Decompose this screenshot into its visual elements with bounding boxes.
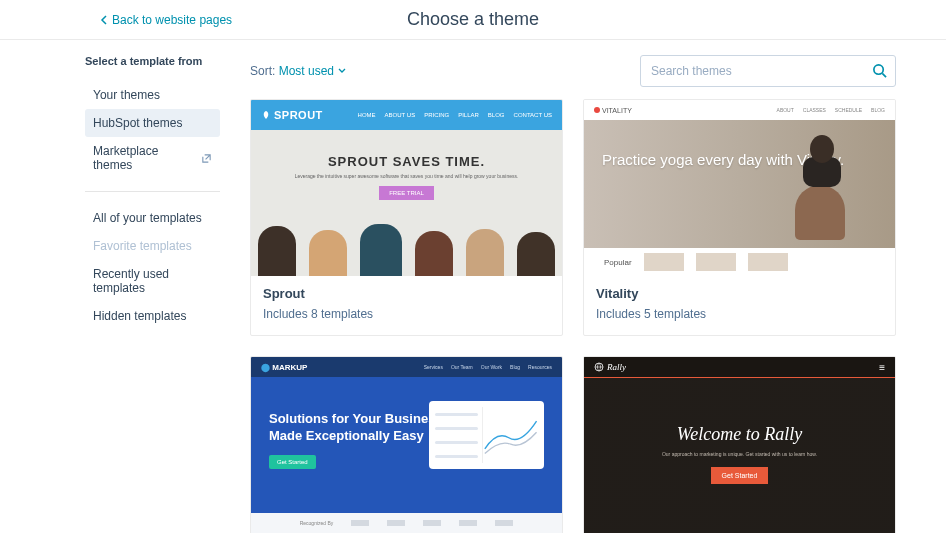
preview-menu-item: CONTACT US — [514, 112, 552, 118]
preview-menu-item: SCHEDULE — [835, 107, 862, 113]
preview-menu-item: BLOG — [871, 107, 885, 113]
preview-menu-item: Our Team — [451, 364, 473, 370]
theme-subtitle: Includes 8 templates — [263, 307, 550, 321]
sidebar-item-marketplace-themes[interactable]: Marketplace themes — [85, 137, 220, 179]
preview-menu-item: Resources — [528, 364, 552, 370]
theme-card-martech[interactable]: ⬤ MARKUP Services Our Team Our Work Blog… — [250, 356, 563, 533]
search-icon[interactable] — [872, 63, 887, 78]
sidebar-heading: Select a template from — [85, 55, 220, 67]
preview-menu-item: HOME — [358, 112, 376, 118]
theme-thumbnail: SPROUT HOME ABOUT US PRICING PILLAR BLOG… — [251, 100, 562, 276]
preview-brand: VITALITY — [602, 107, 632, 114]
theme-card-rally[interactable]: Rally ≡ Welcome to Rally Our approach to… — [583, 356, 896, 533]
chevron-down-icon — [338, 68, 346, 74]
theme-thumbnail: Rally ≡ Welcome to Rally Our approach to… — [584, 357, 895, 533]
preview-tagline: Our approach to marketing is unique. Get… — [584, 451, 895, 457]
preview-menu-item: BLOG — [488, 112, 505, 118]
sidebar-item-hubspot-themes[interactable]: HubSpot themes — [85, 109, 220, 137]
sidebar-item-label: HubSpot themes — [93, 116, 182, 130]
theme-thumbnail: ⬤ MARKUP Services Our Team Our Work Blog… — [251, 357, 562, 533]
search-input[interactable] — [640, 55, 896, 87]
external-link-icon — [201, 153, 212, 164]
preview-menu-item: ABOUT US — [385, 112, 416, 118]
theme-card-sprout[interactable]: SPROUT HOME ABOUT US PRICING PILLAR BLOG… — [250, 99, 563, 336]
sort-value: Most used — [279, 64, 334, 78]
sidebar-item-hidden-templates[interactable]: Hidden templates — [85, 302, 220, 330]
sidebar-item-label: Hidden templates — [93, 309, 186, 323]
theme-grid: SPROUT HOME ABOUT US PRICING PILLAR BLOG… — [250, 99, 896, 533]
leaf-icon — [261, 110, 271, 120]
preview-cta: Get Started — [711, 467, 769, 484]
preview-menu-item: PILLAR — [458, 112, 479, 118]
preview-thumbs-label: Popular — [604, 258, 632, 267]
theme-name: Vitality — [596, 286, 883, 301]
preview-menu-item: Services — [424, 364, 443, 370]
sidebar-item-label: All of your templates — [93, 211, 202, 225]
theme-thumbnail: VITALITY ABOUT CLASSES SCHEDULE BLOG Pra… — [584, 100, 895, 276]
theme-subtitle: Includes 5 templates — [596, 307, 883, 321]
hamburger-icon: ≡ — [879, 362, 885, 373]
sidebar-item-label: Favorite templates — [93, 239, 192, 253]
preview-logo: Rally — [607, 362, 626, 372]
preview-menu-item: ABOUT — [777, 107, 794, 113]
preview-logo: MARKUP — [272, 363, 307, 372]
page-header: Back to website pages Choose a theme — [0, 0, 946, 40]
chevron-left-icon — [100, 15, 108, 25]
sort-dropdown[interactable]: Most used — [279, 64, 346, 78]
main: Sort: Most used SPROUT — [250, 55, 896, 533]
preview-menu-item: Our Work — [481, 364, 502, 370]
preview-footer-label: Recognized By — [300, 520, 334, 526]
sidebar-item-all-templates[interactable]: All of your templates — [85, 204, 220, 232]
preview-headline: SPROUT SAVES TIME. — [251, 154, 562, 169]
back-link[interactable]: Back to website pages — [100, 13, 232, 27]
preview-menu-item: Blog — [510, 364, 520, 370]
sidebar: Select a template from Your themes HubSp… — [85, 55, 220, 533]
svg-point-0 — [874, 65, 883, 74]
preview-tagline: Leverage the intuitive super awesome sof… — [251, 173, 562, 180]
sidebar-item-your-themes[interactable]: Your themes — [85, 81, 220, 109]
sidebar-item-favorite-templates[interactable]: Favorite templates — [85, 232, 220, 260]
sidebar-divider — [85, 191, 220, 192]
sort-label: Sort: — [250, 64, 275, 78]
preview-menu-item: CLASSES — [803, 107, 826, 113]
sidebar-item-label: Recently used templates — [93, 267, 212, 295]
sidebar-item-label: Your themes — [93, 88, 160, 102]
sort-control: Sort: Most used — [250, 64, 346, 78]
preview-menu-item: PRICING — [424, 112, 449, 118]
theme-name: Sprout — [263, 286, 550, 301]
preview-headline: Welcome to Rally — [584, 424, 895, 445]
back-link-label: Back to website pages — [112, 13, 232, 27]
sidebar-item-label: Marketplace themes — [93, 144, 201, 172]
svg-line-1 — [882, 73, 886, 77]
preview-cta: Get Started — [269, 455, 316, 469]
preview-cta: FREE TRIAL — [379, 186, 434, 200]
page-title: Choose a theme — [407, 9, 539, 30]
globe-icon — [594, 362, 604, 372]
theme-card-vitality[interactable]: VITALITY ABOUT CLASSES SCHEDULE BLOG Pra… — [583, 99, 896, 336]
toolbar: Sort: Most used — [250, 55, 896, 87]
search-wrap — [640, 55, 896, 87]
preview-logo: SPROUT — [274, 109, 323, 121]
sidebar-item-recently-used[interactable]: Recently used templates — [85, 260, 220, 302]
